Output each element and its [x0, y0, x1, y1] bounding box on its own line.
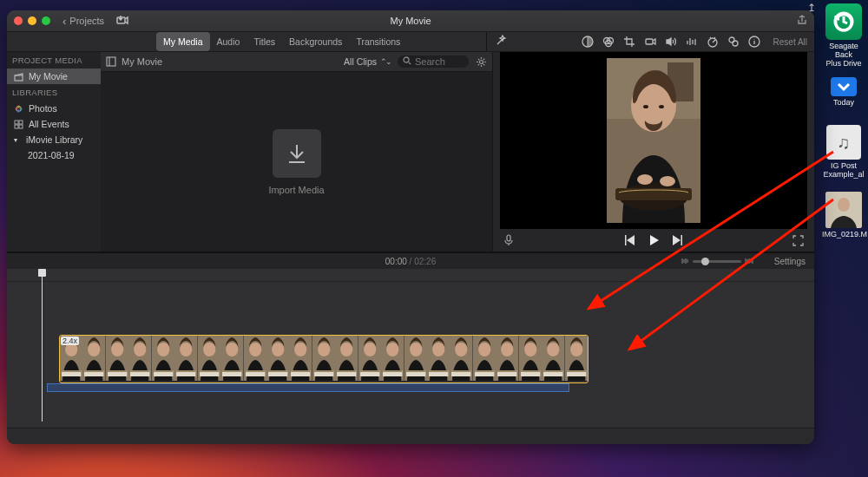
browser-title: My Movie — [122, 56, 162, 67]
svg-rect-108 — [451, 370, 470, 372]
window-title: My Movie — [390, 16, 431, 26]
media-browser: My Movie All Clips ⌃⌄ Search — [101, 52, 492, 252]
event-label: 2021-08-19 — [28, 150, 75, 160]
video-clip[interactable]: 2.4x — [59, 335, 589, 383]
svg-point-54 — [157, 343, 169, 356]
svg-rect-80 — [291, 370, 310, 372]
stabilize-icon[interactable] — [643, 35, 657, 49]
svg-rect-21 — [15, 125, 18, 128]
clip-filter-dropdown[interactable]: All Clips ⌃⌄ — [344, 56, 391, 67]
svg-rect-124 — [543, 370, 562, 372]
svg-point-50 — [134, 343, 146, 356]
library-tabs-row: My MediaAudioTitlesBackgroundsTransition… — [7, 32, 814, 52]
sidebar-section-project: PROJECT MEDIA — [7, 52, 101, 69]
sidebar-item-library[interactable]: ▾ iMovie Library — [7, 132, 101, 147]
speed-icon[interactable] — [706, 35, 720, 49]
next-button[interactable] — [672, 235, 684, 245]
browser-settings-icon[interactable] — [476, 56, 487, 68]
clip-thumb — [152, 336, 174, 382]
noise-reduction-icon[interactable] — [685, 35, 699, 49]
fullscreen-icon[interactable] — [792, 235, 804, 246]
info-icon[interactable] — [747, 35, 761, 49]
file1-label: IG Post Example_al — [823, 161, 864, 179]
sidebar-item-project[interactable]: My Movie — [7, 69, 101, 84]
desktop-sidebar: Seagate Back Plus Drive Today ♫ IG Post … — [819, 0, 868, 477]
audio-track-lane[interactable] — [47, 383, 569, 392]
svg-rect-20 — [19, 121, 23, 124]
import-toolbar-icon[interactable] — [116, 15, 128, 27]
tab-titles[interactable]: Titles — [247, 32, 282, 51]
close-window-button[interactable] — [14, 16, 23, 25]
sidebar-item-event[interactable]: 2021-08-19 — [7, 147, 101, 163]
tab-audio[interactable]: Audio — [210, 32, 247, 51]
transport-controls — [493, 229, 814, 252]
prev-button[interactable] — [623, 235, 635, 245]
sidebar-project-label: My Movie — [29, 71, 68, 82]
desktop-file-1[interactable]: ♫ IG Post Example_al — [822, 125, 865, 179]
crop-icon[interactable] — [622, 35, 636, 49]
svg-rect-23 — [107, 57, 115, 66]
import-drop-zone[interactable]: Import Media — [101, 72, 492, 252]
today-folder[interactable]: Today — [822, 77, 865, 107]
tab-my-media[interactable]: My Media — [156, 32, 210, 51]
svg-rect-60 — [176, 370, 195, 372]
svg-point-86 — [340, 343, 352, 356]
clip-filter-label: All Clips — [344, 56, 377, 67]
svg-point-17 — [17, 109, 20, 112]
clapper-icon — [14, 72, 23, 82]
color-balance-icon[interactable] — [581, 35, 595, 49]
desktop-file-2[interactable]: IMG_0219.M — [822, 185, 865, 238]
timeline[interactable]: 2.4x — [7, 269, 814, 444]
back-label[interactable]: Projects — [69, 16, 104, 26]
voiceover-mic-icon[interactable] — [503, 234, 514, 246]
clip-thumb — [542, 336, 564, 382]
clip-thumb — [335, 336, 358, 382]
svg-point-34 — [637, 174, 653, 185]
svg-point-66 — [226, 343, 238, 356]
timeline-ruler[interactable] — [7, 269, 814, 282]
svg-point-15 — [17, 105, 20, 108]
svg-point-70 — [249, 343, 261, 356]
back-icon[interactable]: ‹ — [62, 15, 66, 28]
search-field[interactable]: Search — [398, 56, 469, 68]
play-button[interactable] — [648, 234, 660, 246]
timeline-zoom-slider[interactable] — [681, 257, 753, 265]
filters-icon[interactable] — [727, 35, 740, 49]
svg-point-62 — [203, 343, 215, 356]
timeline-settings-button[interactable]: Settings — [774, 257, 806, 266]
photos-label: Photos — [29, 103, 57, 114]
volume-icon[interactable] — [664, 35, 678, 49]
library-label: iMovie Library — [26, 134, 82, 145]
timeline-footer — [7, 428, 814, 444]
reset-all-button[interactable]: Reset All — [773, 37, 807, 47]
minimize-window-button[interactable] — [28, 16, 36, 25]
list-view-icon[interactable] — [106, 56, 116, 67]
tab-transitions[interactable]: Transitions — [349, 32, 407, 51]
today-label: Today — [833, 98, 854, 107]
sidebar-item-all-events[interactable]: All Events — [7, 116, 101, 132]
time-current: 00:00 — [385, 257, 407, 266]
share-button[interactable] — [797, 15, 807, 27]
color-correction-icon[interactable] — [602, 35, 615, 49]
zoom-window-button[interactable] — [42, 16, 50, 25]
svg-point-31 — [659, 105, 664, 108]
imovie-window: ‹ Projects My Movie My MediaAudioTitlesB… — [7, 10, 814, 444]
svg-rect-92 — [360, 370, 379, 372]
svg-point-98 — [410, 343, 422, 356]
sidebar-item-photos[interactable]: Photos — [7, 101, 101, 116]
clip-thumb — [358, 336, 381, 382]
file2-label: IMG_0219.M — [822, 230, 867, 238]
enhance-wand-icon[interactable] — [495, 35, 507, 47]
drive-label: Seagate Back Plus Drive — [825, 42, 861, 68]
svg-point-46 — [111, 343, 123, 356]
preview-canvas[interactable] — [500, 52, 807, 229]
zoom-thumb[interactable] — [701, 258, 709, 265]
time-machine-drive[interactable]: Seagate Back Plus Drive — [822, 3, 865, 68]
svg-point-11 — [733, 41, 738, 46]
playhead[interactable] — [42, 269, 43, 421]
svg-rect-19 — [15, 121, 18, 124]
tab-backgrounds[interactable]: Backgrounds — [282, 32, 349, 51]
all-events-label: All Events — [29, 119, 69, 129]
clip-thumb — [289, 336, 312, 382]
clip-thumb — [128, 336, 151, 382]
